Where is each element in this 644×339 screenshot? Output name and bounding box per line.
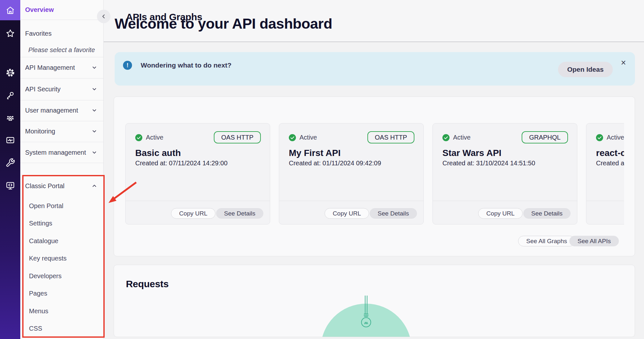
api-status-label: Active: [453, 134, 470, 141]
card-divider: [279, 201, 423, 201]
sidebar-item-system-management[interactable]: System management: [20, 145, 103, 160]
sidebar-item-label: User management: [20, 107, 78, 114]
api-type-badge: GRAPHQL: [522, 131, 568, 143]
rail-item-classic-portal[interactable]: [0, 177, 20, 195]
see-details-button[interactable]: See Details: [216, 208, 263, 219]
api-status-label: Active: [146, 134, 163, 141]
menu-divider: [20, 121, 103, 121]
info-banner: ! Wondering what to do next? Open Ideas …: [115, 52, 635, 86]
chevron-up-icon: [91, 183, 98, 189]
rail-item-overview[interactable]: [0, 0, 20, 20]
apis-and-graphs-heading: APIs and Graphs: [126, 12, 202, 23]
chevron-left-icon: [100, 13, 107, 20]
api-type-badge: OAS HTTP: [367, 131, 414, 143]
rail-item-favorites[interactable]: [0, 24, 20, 42]
copy-url-button[interactable]: Copy URL: [478, 208, 523, 219]
key-icon: [5, 90, 15, 100]
sidebar-menu: Overview Favorites Please select a favor…: [20, 0, 104, 339]
card-divider: [586, 201, 624, 201]
sidebar-item-label: Monitoring: [20, 128, 55, 135]
favorites-empty-note: Please select a favorite: [20, 43, 103, 57]
sidebar-item-overview[interactable]: Overview: [20, 0, 103, 20]
sidebar-item-user-management[interactable]: User management: [20, 103, 103, 117]
api-gear-icon: [5, 68, 15, 78]
copy-url-button[interactable]: Copy URL: [171, 208, 215, 219]
sidebar-item-favorites[interactable]: Favorites: [20, 26, 103, 41]
star-icon: [5, 29, 15, 38]
sidebar-item-open-portal[interactable]: Open Portal: [20, 199, 103, 213]
sidebar-item-label: Overview: [20, 6, 54, 14]
rail-item-monitoring[interactable]: [0, 131, 20, 149]
requests-heading: Requests: [126, 279, 169, 289]
chevron-down-icon: [91, 107, 98, 114]
users-icon: [5, 113, 15, 123]
icon-rail: [0, 0, 20, 339]
api-created-at: Created at:: [596, 160, 624, 167]
rail-item-api-security[interactable]: [0, 86, 20, 104]
menu-divider: [20, 100, 103, 100]
api-created-at: Created at: 07/11/2024 14:29:00: [135, 160, 228, 167]
api-status: Active: [596, 134, 624, 141]
sidebar-item-api-security[interactable]: API Security: [20, 82, 103, 96]
sidebar-item-label: Classic Portal: [20, 182, 64, 190]
sidebar-item-key-requests[interactable]: Key requests: [20, 251, 103, 265]
sidebar-item-label: System management: [20, 149, 86, 156]
sidebar-collapse-button[interactable]: [97, 10, 110, 23]
api-card: Active OAS HTTP My First API Created at:…: [279, 123, 424, 224]
card-divider: [126, 201, 270, 201]
check-circle-icon: [289, 134, 296, 141]
portal-monitor-icon: [5, 181, 15, 190]
sidebar-item-menus[interactable]: Menus: [20, 304, 103, 318]
check-circle-icon: [135, 134, 142, 141]
see-details-button[interactable]: See Details: [523, 208, 571, 219]
api-status: Active: [289, 134, 317, 141]
api-status-label: Active: [607, 134, 624, 141]
requests-section: Requests: [114, 265, 635, 337]
api-created-at: Created at: 31/10/2024 14:51:50: [442, 160, 535, 167]
sidebar-item-label: API Management: [20, 64, 75, 71]
api-card-title: Basic auth: [135, 148, 181, 158]
see-all-apis-button[interactable]: See All APIs: [569, 236, 619, 246]
rail-item-user-management[interactable]: [0, 109, 20, 127]
home-icon: [5, 5, 15, 15]
sidebar-item-pages[interactable]: Pages: [20, 286, 103, 300]
sidebar-item-settings[interactable]: Settings: [20, 216, 103, 230]
open-ideas-button[interactable]: Open Ideas: [558, 62, 613, 77]
menu-divider: [20, 163, 103, 163]
sidebar-item-developers[interactable]: Developers: [20, 269, 103, 283]
close-icon[interactable]: ×: [621, 58, 626, 68]
api-status: Active: [135, 134, 163, 141]
api-created-at: Created at: 01/11/2024 09:42:09: [289, 160, 381, 167]
chevron-down-icon: [91, 64, 98, 71]
chevron-down-icon: [91, 149, 98, 156]
sidebar-item-classic-portal[interactable]: Classic Portal: [20, 179, 103, 193]
api-card-title: react-co: [596, 148, 624, 158]
banner-message: Wondering what to do next?: [141, 61, 232, 69]
see-all-graphs-button[interactable]: See All Graphs: [518, 236, 575, 246]
menu-divider: [20, 78, 103, 78]
sidebar-item-api-management[interactable]: API Management: [20, 60, 103, 75]
api-card: Active react-co Created at:: [586, 123, 624, 224]
api-card-title: My First API: [289, 148, 341, 158]
sidebar-item-label: Favorites: [20, 30, 52, 37]
see-details-button[interactable]: See Details: [370, 208, 417, 219]
apis-and-graphs-section: APIs and Graphs Active OAS HTTP Basic au…: [114, 96, 635, 256]
rail-item-api-management[interactable]: [0, 64, 20, 82]
check-circle-icon: [442, 134, 450, 141]
rail-item-system-management[interactable]: [0, 154, 20, 172]
api-status-label: Active: [299, 134, 317, 141]
sidebar-item-css[interactable]: CSS: [20, 321, 103, 335]
sidebar-item-monitoring[interactable]: Monitoring: [20, 124, 103, 138]
api-cards-scroll[interactable]: Active OAS HTTP Basic auth Created at: 0…: [125, 123, 624, 224]
info-icon: !: [123, 61, 132, 70]
menu-divider: [20, 57, 103, 57]
api-card-title: Star Wars API: [442, 148, 501, 158]
wrench-icon: [5, 158, 15, 168]
copy-url-button[interactable]: Copy URL: [325, 208, 369, 219]
menu-divider: [20, 142, 103, 142]
check-circle-icon: [596, 134, 603, 141]
sidebar-item-label: API Security: [20, 86, 61, 93]
api-card: Active GRAPHQL Star Wars API Created at:…: [432, 123, 577, 224]
sidebar-item-catalogue[interactable]: Catalogue: [20, 234, 103, 248]
api-card: Active OAS HTTP Basic auth Created at: 0…: [125, 123, 270, 224]
